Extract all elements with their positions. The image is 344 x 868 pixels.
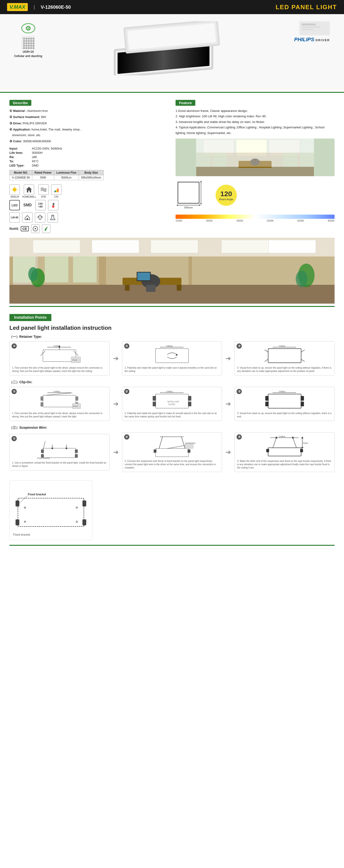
icon-led-text: LED [9,200,20,210]
separator-3 [9,545,335,546]
svg-text:spring card: spring card [167,400,179,403]
temp-8000: 8000K [328,220,335,222]
suspension-type-label: （三）Suspension Wire: [9,426,335,430]
svg-rect-50 [56,189,57,192]
svg-rect-105 [137,273,150,280]
model-no: V-126060E-50 [10,175,32,180]
clipon-steps: ① Ceiling [9,387,335,421]
table-header-model: Model NO. [10,170,32,175]
suspension-arrow-1-2: ➔ [113,448,119,456]
suspension-caption-3: 3. Make the other end of the suspension … [237,460,332,469]
svg-point-202 [24,507,26,508]
driver-svg [299,21,330,35]
feature-image [176,138,335,176]
retainer-caption-2: 2. Patiently and rotate the panel light … [125,366,220,373]
svg-line-138 [45,393,72,395]
feature-column: Feature 1.Good aluminum frame, Classic a… [176,100,335,233]
hero-section: UGR<19 Cellular anti dazzling [0,14,344,90]
svg-line-200 [19,496,27,503]
clipon-caption-2: 2. Patiently and rotate the panel light … [125,412,220,418]
svg-point-21 [26,45,27,46]
svg-point-8 [30,38,32,39]
icons-row-2: LED SMD CRI >80 [9,200,168,210]
icons-row-3: LM-80 [9,212,168,223]
icon-home: HOME/MALL [22,184,36,198]
room-photo [9,238,335,304]
svg-text:Ceiling: Ceiling [279,345,285,347]
svg-rect-155 [265,402,269,406]
svg-text:Ceiling: Ceiling [166,345,173,347]
svg-rect-88 [92,240,139,253]
svg-rect-40 [302,26,320,28]
svg-line-130 [301,359,305,362]
spec-lifetime: Life time: 30000H [9,151,168,155]
specs-grid: Input: AC220-240V, 50/60Hz Life time: 30… [9,147,168,167]
svg-rect-133 [43,395,76,407]
svg-point-61 [52,218,54,220]
svg-point-29 [33,47,34,49]
svg-rect-114 [43,350,76,362]
feature-header: Feature [176,100,195,106]
svg-point-11 [26,40,27,42]
svg-rect-191 [18,498,84,526]
svg-line-127 [264,350,268,352]
luminous-flux: 5000Lm [54,175,79,180]
table-header-power: Rated Power [32,170,54,175]
svg-line-176 [167,445,185,448]
svg-text:Ceiling: Ceiling [279,435,285,438]
svg-rect-111 [188,256,192,285]
separator [0,92,344,93]
svg-marker-186 [301,447,304,449]
svg-rect-95 [45,256,68,282]
svg-marker-58 [38,215,42,220]
fixed-bracket-svg: Fixed bracket [13,484,89,531]
svg-rect-157 [43,448,76,458]
arrow-2-3: ➔ [225,354,231,362]
dimension-area: 595mm 595mm 120 Beam Angle [176,180,335,211]
svg-marker-185 [301,437,304,438]
wave-icon [40,186,47,193]
temp-6000: 6000K [298,220,304,222]
svg-point-5 [23,38,25,39]
svg-rect-72 [196,153,210,167]
svg-rect-174 [188,450,190,453]
philips-brand: PHILIPS [294,36,314,43]
svg-text:595mm: 595mm [184,206,193,209]
retainer-caption-1: 1. First connect the wire of the panel l… [12,366,107,373]
svg-point-6 [26,38,27,39]
retainer-step3-svg: Ceiling [261,344,308,365]
svg-text:Rope height: Rope height [303,442,308,444]
color-temp-section: 1500K 3000K 4500K 5000K 6000K 8000K [176,215,335,222]
svg-point-107 [296,271,308,287]
svg-text:Fixed bracket: Fixed bracket [28,493,46,496]
clipon-caption-3: 3. Visual from down to up, ensure the pa… [237,412,332,418]
svg-point-10 [23,40,25,42]
svg-marker-47 [26,187,32,192]
beam-angle: 120 Beam Angle [216,185,237,206]
svg-text:Ceiling: Ceiling [279,390,285,393]
svg-point-17 [28,42,30,44]
svg-rect-73 [213,153,227,167]
svg-rect-68 [196,167,314,176]
table-header-size: Body Size [79,170,103,175]
svg-rect-192 [15,500,19,506]
clipon-step3-svg: Ceiling [261,390,308,410]
icons-area: 3000LM HOME/MALL [9,184,168,233]
icon-flask [48,212,58,223]
color-temp-labels: 1500K 3000K 4500K 5000K 6000K 8000K [176,220,335,222]
suspension-step3-svg: Ceiling Rope height [261,435,308,458]
svg-marker-81 [200,181,202,182]
svg-line-170 [159,437,163,448]
icon-cri: CRI [51,184,62,198]
fixed-bracket-label: Fixed bracket [13,533,89,536]
svg-rect-110 [102,256,106,285]
svg-point-18 [30,42,32,44]
retainer-step-2: ② Ceiling 2. Patiently and rotate the [122,341,222,375]
icon-temp [48,200,58,210]
suspension-step1-svg: Fixed bracket [36,436,83,460]
rohs-row: RoHS CE [9,224,168,233]
svg-rect-101 [177,285,181,291]
clipon-arrow-2-3: ➔ [225,400,231,408]
office-scene-svg [176,138,335,176]
svg-rect-147 [188,402,191,406]
